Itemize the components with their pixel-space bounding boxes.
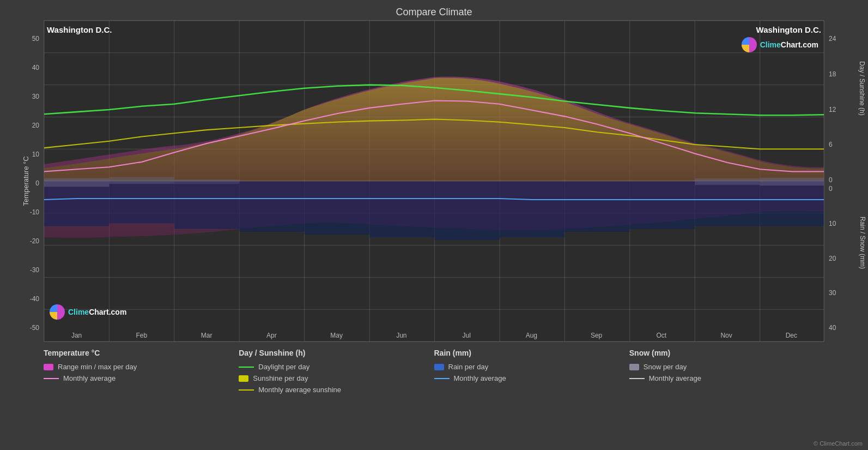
svg-rect-29 [369, 181, 434, 237]
legend-label-monthly-avg: Monthly average [63, 374, 116, 382]
y-tick-right-30: 30 [829, 290, 868, 296]
legend-line-monthly-avg [44, 378, 59, 379]
y-tick-right-0b: 0 [829, 185, 868, 192]
y-tick-n10: -10 [30, 209, 39, 215]
legend-label-daylight: Daylight per day [258, 363, 309, 371]
y-axis-right-top-label: Day / Sunshine (h) [858, 61, 865, 115]
svg-rect-24 [44, 181, 109, 226]
legend-item-daylight: Daylight per day [239, 363, 434, 371]
svg-rect-34 [695, 181, 760, 226]
legend-section-snow: Snow (mm) Snow per day Monthly average [629, 349, 824, 394]
y-axis-right-bottom-label: Rain / Snow (mm) [859, 217, 866, 269]
legend-item-snow-per-day: Snow per day [629, 363, 824, 371]
svg-rect-28 [305, 181, 369, 235]
legend-item-sunshine-per-day: Sunshine per day [239, 374, 434, 382]
chart-title: Compare Climate [0, 0, 868, 20]
svg-rect-30 [435, 181, 500, 240]
copyright: © ClimeChart.com [814, 440, 863, 447]
legend-title-sunshine: Day / Sunshine (h) [239, 349, 434, 357]
legend-label-snow-avg: Monthly average [649, 374, 701, 382]
x-label-aug: Aug [500, 332, 563, 339]
chart-plot: Washington D.C. Washington D.C. ClimeCha… [44, 20, 824, 342]
legend-title-snow: Snow (mm) [629, 349, 824, 357]
logo-bottom-left: ClimeChart.com [50, 304, 126, 320]
svg-rect-31 [500, 181, 564, 237]
logo-text-bottom: ClimeChart.com [68, 308, 126, 316]
y-tick-n50: -50 [30, 325, 39, 331]
y-axis-left-label: Temperature °C [22, 156, 30, 206]
legend-label-temp-range: Range min / max per day [58, 363, 137, 371]
legend-line-rain-avg [434, 378, 450, 379]
y-tick-0: 0 [35, 180, 39, 187]
legend-label-avg-sunshine: Monthly average sunshine [258, 386, 341, 394]
x-label-may: May [305, 332, 368, 339]
x-label-jul: Jul [435, 332, 498, 339]
x-label-feb: Feb [110, 332, 173, 339]
x-label-sep: Sep [565, 332, 628, 339]
y-tick-right-0a: 0 [829, 177, 868, 183]
svg-rect-27 [239, 181, 304, 232]
y-tick-n20: -20 [30, 238, 39, 244]
svg-rect-32 [564, 181, 629, 232]
location-label-right: Washington D.C. [756, 25, 821, 34]
svg-rect-40 [760, 178, 824, 185]
legend-item-snow-avg: Monthly average [629, 374, 824, 382]
x-label-jan: Jan [45, 332, 108, 339]
x-label-oct: Oct [630, 332, 693, 339]
legend-line-daylight [239, 367, 254, 368]
x-label-apr: Apr [240, 332, 303, 339]
x-label-dec: Dec [760, 332, 823, 339]
y-tick-10: 10 [32, 151, 39, 158]
legend-title-temp: Temperature °C [44, 349, 239, 357]
legend-swatch-sunshine [239, 375, 248, 382]
legend-item-temp-range: Range min / max per day [44, 363, 239, 371]
logo-icon-top [742, 37, 757, 52]
logo-icon-bottom [50, 304, 65, 320]
legend-item-avg-sunshine: Monthly average sunshine [239, 386, 434, 394]
legend-title-rain: Rain (mm) [434, 349, 629, 357]
legend-swatch-temp-range [44, 364, 53, 370]
y-tick-right-40: 40 [829, 325, 868, 331]
legend-line-snow-avg [629, 378, 645, 379]
chart-svg [44, 21, 824, 341]
y-tick-40: 40 [32, 64, 39, 71]
svg-rect-37 [109, 177, 174, 184]
legend-item-monthly-avg: Monthly average [44, 374, 239, 382]
svg-rect-33 [630, 181, 695, 229]
legend-label-rain-per-day: Rain per day [448, 363, 489, 371]
svg-rect-39 [695, 178, 760, 185]
svg-rect-38 [174, 179, 239, 184]
svg-rect-26 [174, 181, 239, 229]
legend-item-rain-per-day: Rain per day [434, 363, 629, 371]
y-tick-20: 20 [32, 122, 39, 129]
logo-text-top: ClimeChart.com [760, 40, 818, 49]
legend-section-rain: Rain (mm) Rain per day Monthly average [434, 349, 629, 394]
svg-rect-36 [44, 178, 109, 187]
location-label-left: Washington D.C. [47, 25, 112, 34]
y-tick-right-6: 6 [829, 141, 868, 148]
svg-rect-25 [109, 181, 174, 223]
y-tick-n30: -30 [30, 267, 39, 273]
main-container: Compare Climate Temperature °C 50 40 30 … [0, 0, 868, 450]
x-label-jun: Jun [370, 332, 433, 339]
y-tick-50: 50 [32, 35, 39, 42]
legend-swatch-snow [629, 364, 639, 370]
y-tick-n40: -40 [30, 296, 39, 302]
logo-top-right: ClimeChart.com [742, 37, 818, 52]
legend-area: Temperature °C Range min / max per day M… [0, 342, 868, 394]
legend-section-sunshine: Day / Sunshine (h) Daylight per day Suns… [239, 349, 434, 394]
svg-rect-35 [760, 181, 824, 226]
y-tick-right-24: 24 [829, 35, 868, 42]
legend-label-sunshine-per-day: Sunshine per day [253, 374, 308, 382]
legend-section-temperature: Temperature °C Range min / max per day M… [44, 349, 239, 394]
legend-label-rain-avg: Monthly average [454, 374, 506, 382]
legend-label-snow-per-day: Snow per day [644, 363, 687, 371]
legend-line-avg-sunshine [239, 389, 254, 391]
y-tick-30: 30 [32, 93, 39, 100]
x-label-mar: Mar [175, 332, 238, 339]
x-label-nov: Nov [695, 332, 758, 339]
legend-item-rain-avg: Monthly average [434, 374, 629, 382]
legend-swatch-rain [434, 364, 444, 370]
